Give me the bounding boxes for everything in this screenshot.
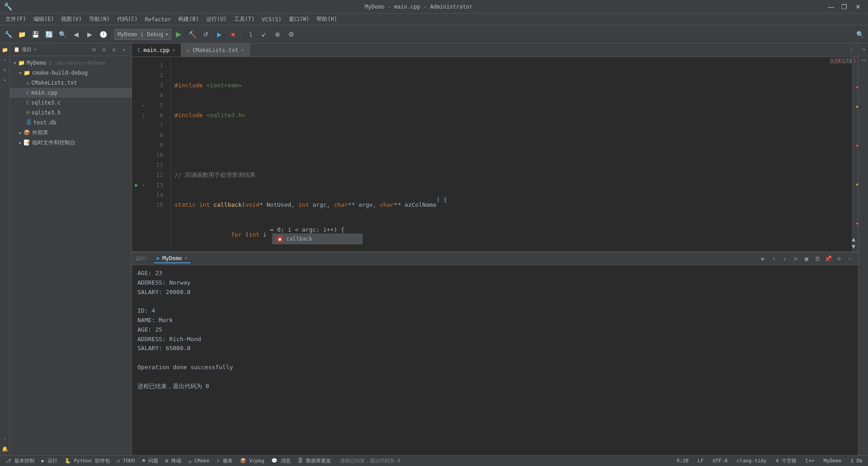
status-encoding[interactable]: UTF-8	[711, 458, 729, 464]
sidebar-settings-btn[interactable]: ⚙	[110, 46, 118, 54]
left-icon-structure[interactable]: ≡	[0, 65, 9, 74]
g13[interactable]: ▶	[135, 180, 138, 190]
main-run-arrow[interactable]: ▶	[135, 182, 138, 188]
terminal-close-btn[interactable]: —	[845, 254, 854, 263]
config-dropdown[interactable]: MyDemo | Debug ▾	[114, 29, 171, 40]
restore-button[interactable]: ❐	[838, 2, 851, 12]
tree-main-cpp[interactable]: C main.cpp	[10, 88, 132, 98]
build-run-btn[interactable]: ▶	[172, 28, 185, 41]
menu-edit[interactable]: 编辑(E)	[30, 14, 58, 25]
left-icon-commit[interactable]: ↗	[0, 55, 9, 64]
sidebar-close-btn[interactable]: ✕	[120, 46, 128, 54]
status-position[interactable]: 9:28	[675, 458, 691, 464]
sidebar-header-icons: ⊞ ⊟ ⚙ ✕	[90, 46, 128, 54]
menu-run[interactable]: 运行(U)	[203, 14, 231, 25]
status-todo[interactable]: ☑ TODO	[115, 458, 137, 464]
settings-btn[interactable]: ⚙	[285, 28, 297, 41]
editor-options-btn[interactable]: ⋮	[847, 46, 855, 54]
menu-navigate[interactable]: 导航(N)	[85, 14, 113, 25]
messages-icon: 💬	[271, 458, 278, 464]
close-button[interactable]: ✕	[852, 2, 864, 12]
debug-run-btn[interactable]: ▶	[213, 28, 226, 41]
status-indent[interactable]: 4 个空格	[774, 457, 798, 464]
status-lang[interactable]: C++	[804, 458, 816, 464]
tab-cmake[interactable]: ⚠ CMakeLists.txt ×	[181, 43, 250, 57]
right-icon-2[interactable]: C	[859, 56, 868, 65]
tree-sqlite3-c[interactable]: C sqlite3.c	[10, 98, 132, 108]
status-vcpkg[interactable]: 📦 Vcpkg	[238, 458, 266, 464]
menu-help[interactable]: 帮助(H)	[313, 14, 341, 25]
left-icon-2[interactable]: ⚡	[0, 434, 9, 443]
menu-window[interactable]: 窗口(W)	[285, 14, 313, 25]
status-db[interactable]: 🗄 数据库更改	[296, 457, 333, 464]
status-project-name[interactable]: MyDemo	[822, 458, 844, 464]
save-btn[interactable]: 💾	[29, 28, 42, 41]
tree-temp-files[interactable]: ▶ 📝 临时文件和控制台	[10, 138, 132, 147]
sync-btn[interactable]: 🔄	[42, 28, 55, 41]
status-run[interactable]: ▶ 运行	[40, 457, 59, 464]
menu-tools[interactable]: 工具(T)	[231, 14, 259, 25]
reload-cmake-btn[interactable]: ↺	[199, 28, 212, 41]
new-project-btn[interactable]: 🔧	[2, 28, 14, 41]
status-vcs[interactable]: ⎇ 版本控制	[4, 457, 36, 464]
nav-forward-btn[interactable]: ▶	[83, 28, 96, 41]
menu-code[interactable]: 代码(C)	[113, 14, 142, 25]
terminal-pin-btn[interactable]: 📌	[824, 254, 833, 263]
tab-cmake-close[interactable]: ×	[241, 47, 244, 53]
fold-btn-5[interactable]: ▾	[142, 103, 145, 108]
left-icon-project[interactable]: 📁	[0, 45, 9, 54]
nav-recent-btn[interactable]: 🕐	[97, 28, 109, 41]
stop-btn[interactable]: ■	[226, 28, 239, 41]
menu-vcs[interactable]: VCS(S)	[258, 14, 285, 25]
tab-main-cpp[interactable]: C main.cpp ×	[132, 43, 181, 57]
step-into-btn[interactable]: ↙	[258, 28, 270, 41]
tree-cmakelists[interactable]: ⚠ CMakeLists.txt	[10, 78, 132, 88]
menu-build[interactable]: 构建(B)	[175, 14, 203, 25]
left-icon-bookmarks[interactable]: ★	[0, 75, 9, 84]
terminal-play-btn[interactable]: ▶	[759, 254, 768, 263]
minimize-button[interactable]: —	[825, 2, 837, 12]
terminal-trash-btn[interactable]: 🗑	[813, 254, 822, 263]
menu-file[interactable]: 文件(F)	[2, 14, 30, 25]
tree-sqlite3-h[interactable]: H sqlite3.h	[10, 108, 132, 118]
terminal-tab-close[interactable]: ×	[185, 256, 188, 261]
terminal-list-btn[interactable]: ≡	[791, 254, 800, 263]
status-services[interactable]: ⚡ 服务	[215, 457, 234, 464]
status-python[interactable]: 🐍 Python 软件包	[63, 457, 112, 464]
tree-external-libs[interactable]: ▶ 📦 外部库	[10, 128, 132, 138]
more-btn[interactable]: ⊕	[271, 28, 284, 41]
left-icon-notifications[interactable]: 🔔	[0, 444, 9, 453]
status-terminal[interactable]: ⊞ 终端	[164, 457, 183, 464]
menu-view[interactable]: 视图(V)	[57, 14, 85, 25]
terminal-tab-mydemo[interactable]: ▶ MyDemo ×	[154, 254, 190, 263]
tab-main-cpp-close[interactable]: ×	[172, 47, 175, 53]
tree-cmake-build[interactable]: ▼ 📁 cmake-build-debug	[10, 68, 132, 78]
fold-btn-13[interactable]: ▾	[142, 183, 145, 188]
sidebar-collapse-btn[interactable]: ⊟	[100, 46, 108, 54]
status-issues[interactable]: ⚑ 问题	[141, 457, 160, 464]
search-everywhere-btn[interactable]: 🔍	[854, 28, 866, 41]
status-cmake[interactable]: △ CMake	[187, 458, 211, 464]
tree-root[interactable]: ▼ 📁 MyDemo D:\WorkOther\MyDemo	[10, 58, 132, 68]
terminal-down-btn[interactable]: ↓	[780, 254, 789, 263]
sidebar-expand-btn[interactable]: ⊞	[90, 46, 98, 54]
status-memory[interactable]: 1 Db	[849, 458, 865, 464]
scroll-up-btn[interactable]: ▲	[852, 236, 858, 243]
terminal-up-btn[interactable]: ↑	[769, 254, 778, 263]
menu-refactor[interactable]: Refactor	[141, 14, 175, 25]
status-linting[interactable]: clang-tidy	[735, 458, 768, 464]
autocomplete-item-callback[interactable]: ● callback	[273, 234, 362, 244]
status-messages[interactable]: 💬 消息	[269, 457, 292, 464]
scroll-down-btn[interactable]: ▼	[852, 243, 858, 250]
search-btn[interactable]: 🔍	[56, 28, 69, 41]
build-btn[interactable]: 🔨	[186, 28, 198, 41]
tree-test-db[interactable]: 🗄 test.db	[10, 118, 132, 128]
terminal-settings-btn[interactable]: ⚙	[835, 254, 844, 263]
terminal-stop-btn[interactable]: ■	[802, 254, 811, 263]
open-btn[interactable]: 📁	[15, 28, 28, 41]
step-over-btn[interactable]: ⤵	[244, 28, 257, 41]
right-icon-3[interactable]: ⋮	[859, 67, 868, 76]
nav-back-btn[interactable]: ◀	[70, 28, 82, 41]
status-linesep[interactable]: LF	[696, 458, 705, 464]
right-icon-1[interactable]: F	[859, 45, 868, 54]
